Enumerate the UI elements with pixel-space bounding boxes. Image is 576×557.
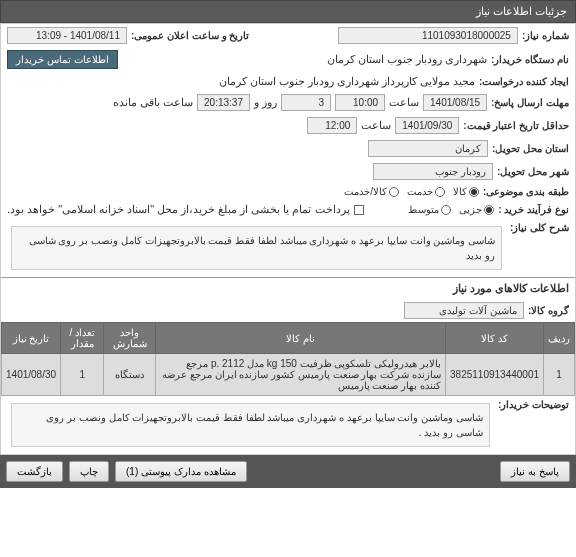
validity-date: 1401/09/30 <box>395 117 459 134</box>
notes-text: شاسی وماشین وانت سایپا برعهد ه شهرداری م… <box>46 412 483 438</box>
desc-box: شاسی وماشین وانت سایپا برعهد ه شهرداری م… <box>11 226 502 270</box>
radio-service-label: خدمت <box>407 186 433 197</box>
group-value: ماشین آلات تولیدی <box>404 302 524 319</box>
buyer-label: نام دستگاه خریدار: <box>491 54 569 65</box>
attachments-button[interactable]: مشاهده مدارک پیوستی (1) <box>115 461 247 482</box>
group-label: گروه کالا: <box>528 305 569 316</box>
need-no-label: شماره نیاز: <box>522 30 569 41</box>
remain-days: 3 <box>281 94 331 111</box>
deadline-time: 10:00 <box>335 94 385 111</box>
remain-time: 20:13:37 <box>197 94 250 111</box>
td-code: 3825110913440001 <box>446 354 544 396</box>
time-label-1: ساعت <box>389 96 419 109</box>
city-value: رودبار جنوب <box>373 163 493 180</box>
deadline-label: مهلت ارسال پاسخ: <box>491 97 569 108</box>
buyer-value: شهرداری رودبار جنوب استان کرمان <box>327 53 487 66</box>
radio-both[interactable] <box>389 187 399 197</box>
city-label: شهر محل تحویل: <box>497 166 569 177</box>
goods-table: ردیف کد کالا نام کالا واحد شمارش تعداد /… <box>1 322 575 396</box>
td-name: بالابر هیدرولیکی تلسکوپی ظرفیت kg 150 مد… <box>155 354 445 396</box>
td-row: 1 <box>544 354 575 396</box>
notes-label: توضیحات خریدار: <box>498 399 569 410</box>
radio-both-label: کالا/خدمت <box>344 186 387 197</box>
notes-box: شاسی وماشین وانت سایپا برعهد ه شهرداری م… <box>11 403 490 447</box>
th-qty: تعداد / مقدار <box>61 323 104 354</box>
desc-label: شرح کلی نیاز: <box>510 222 569 233</box>
back-button[interactable]: بازگشت <box>6 461 63 482</box>
category-radio-group: کالا خدمت کالا/خدمت <box>344 186 479 197</box>
td-unit: دستگاه <box>104 354 156 396</box>
requester-label: ایجاد کننده درخواست: <box>479 76 569 87</box>
th-unit: واحد شمارش <box>104 323 156 354</box>
th-date: تاریخ نیاز <box>2 323 61 354</box>
table-row: 1 3825110913440001 بالابر هیدرولیکی تلسک… <box>2 354 575 396</box>
province-label: استان محل تحویل: <box>492 143 569 154</box>
radio-goods-label: کالا <box>453 186 467 197</box>
payment-checkbox[interactable] <box>354 205 364 215</box>
reply-button[interactable]: پاسخ به نیاز <box>500 461 570 482</box>
radio-proc-min-label: جزیی <box>459 204 482 215</box>
announce-label: تاریخ و ساعت اعلان عمومی: <box>131 30 249 41</box>
radio-proc-min[interactable] <box>484 205 494 215</box>
announce-value: 1401/08/11 - 13:09 <box>7 27 127 44</box>
validity-label: حداقل تاریخ اعتبار قیمت: <box>463 120 569 131</box>
process-radio-group: جزیی متوسط <box>408 204 494 215</box>
desc-text: شاسی وماشین وانت سایپا برعهد ه شهرداری م… <box>29 235 495 261</box>
payment-note: پرداخت تمام یا بخشی از مبلغ خرید،از محل … <box>7 203 350 216</box>
th-row: ردیف <box>544 323 575 354</box>
panel-title: جزئیات اطلاعات نیاز <box>476 5 567 17</box>
validity-time: 12:00 <box>307 117 357 134</box>
radio-goods[interactable] <box>469 187 479 197</box>
need-no-value: 1101093018000025 <box>338 27 518 44</box>
print-button[interactable]: چاپ <box>69 461 109 482</box>
province-value: کرمان <box>368 140 488 157</box>
td-qty: 1 <box>61 354 104 396</box>
contact-buyer-button[interactable]: اطلاعات تماس خریدار <box>7 50 118 69</box>
goods-section-title: اطلاعات کالاهای مورد نیاز <box>1 277 575 299</box>
panel-header: جزئیات اطلاعات نیاز <box>0 0 576 23</box>
time-label-2: ساعت <box>361 119 391 132</box>
remain-suffix: ساعت باقی مانده <box>113 96 193 109</box>
category-label: طبقه بندی موضوعی: <box>483 186 569 197</box>
process-label: نوع فرآیند خرید : <box>498 204 569 215</box>
radio-proc-med-label: متوسط <box>408 204 439 215</box>
deadline-date: 1401/08/15 <box>423 94 487 111</box>
th-code: کد کالا <box>446 323 544 354</box>
requester-value: مجید مولایی کارپرداز شهرداری رودبار جنوب… <box>219 75 475 88</box>
td-date: 1401/08/30 <box>2 354 61 396</box>
radio-service[interactable] <box>435 187 445 197</box>
th-name: نام کالا <box>155 323 445 354</box>
button-bar: پاسخ به نیاز مشاهده مدارک پیوستی (1) چاپ… <box>0 455 576 488</box>
remain-day-label: روز و <box>254 96 277 109</box>
radio-proc-med[interactable] <box>441 205 451 215</box>
